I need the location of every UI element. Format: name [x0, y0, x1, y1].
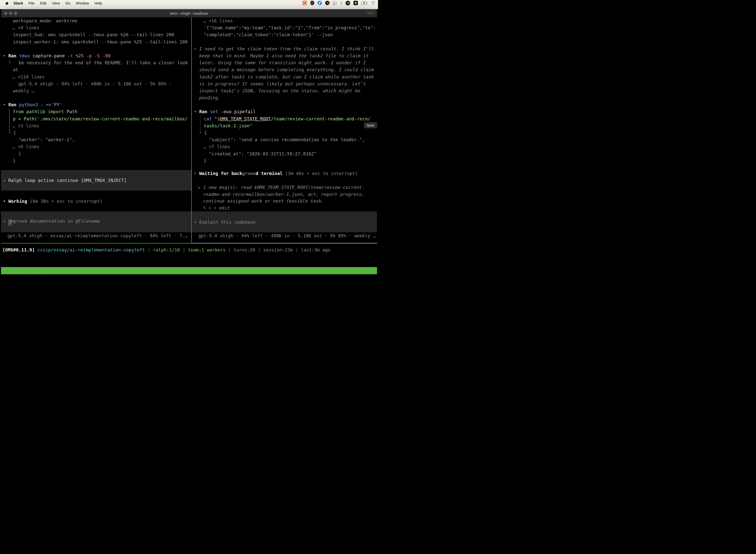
text-segment: }	[13, 158, 16, 163]
screen-tooltip: Scre	[364, 122, 377, 128]
text-segment: session:23m	[263, 247, 293, 253]
text-segment: |	[255, 247, 263, 253]
tool-output-gutter	[200, 116, 201, 131]
text-segment: |	[180, 247, 188, 253]
omx-status-line: [OMX#0.11.9] cczip/essay/ai-reimplementa…	[1, 246, 330, 254]
text-segment: ↳	[198, 185, 203, 190]
terminal-line: pending.	[192, 94, 377, 101]
prompt-chevron: ›	[194, 219, 199, 225]
text-segment: readme-and-reco/mailbox/worker-1.json, a…	[203, 191, 364, 197]
text-segment: later. Using the same for transition mig…	[199, 60, 366, 65]
text-segment: p = Path('.omx/state/team/review-current…	[13, 116, 188, 121]
text-segment: gpt-5.4 xhigh · essay/ai-reimplementatio…	[7, 233, 188, 238]
text-segment: inspect_worker-1: omx sparkshell --tmux-…	[13, 39, 188, 44]
text-segment: keep that in mind. Maybe I also need the…	[199, 53, 369, 58]
text-segment: -p	[86, 53, 94, 58]
terminal-line: from pathlib import Path	[1, 108, 191, 115]
text-segment: … +9 lines	[12, 25, 39, 30]
menu-item[interactable]: Go	[63, 1, 73, 5]
tmux-status-bar: [omx-cczip0:bash* "MacBook-Pro-44.local"…	[1, 267, 377, 274]
window-title-bar[interactable]: omx --xhigh --madmax ⌥⌘1	[1, 9, 377, 17]
blue-badge-icon[interactable]	[317, 1, 322, 5]
menu-item[interactable]: Help	[92, 1, 105, 5]
wifi-icon[interactable]	[371, 1, 376, 5]
ralph-loop-banner: › Ralph loop active continue [OMX_TMUX_I…	[1, 170, 191, 190]
right-pane[interactable]: • Waiting for background terminal (3m 46…	[192, 17, 377, 243]
text-segment: ralph:1/10	[153, 247, 180, 253]
working-status-line: • Working (6m 38s • esc to interrupt)	[1, 198, 191, 205]
blank-line	[192, 39, 377, 45]
text-segment: |	[145, 247, 153, 253]
text-segment: •	[3, 102, 8, 107]
text-segment: -80	[103, 53, 111, 58]
terminal-line: … +16 lines	[192, 17, 377, 24]
text-segment: $	[217, 116, 220, 121]
text-segment: ]	[18, 151, 21, 156]
text-segment: gpt-5.4 xhigh · 94% left · 488K in · 5.1…	[198, 233, 376, 238]
text-segment: %25	[76, 53, 86, 58]
text-segment: … +3 lines	[12, 123, 39, 128]
battery-charging-icon[interactable]	[361, 1, 367, 5]
text-segment: -	[41, 102, 46, 107]
mailbox-message-line: readme-and-reco/mailbox/worker-1.json, a…	[192, 191, 377, 198]
pane-divider[interactable]	[191, 17, 192, 243]
terminal-line: at	[1, 66, 191, 73]
tmux-session-label[interactable]: [omx-cczip0:bash*	[2, 274, 48, 277]
inactive-pane-border	[192, 243, 377, 243]
text-segment: … +110 lines	[12, 74, 45, 79]
terminal-window: omx --xhigh --madmax ⌥⌘1 › Ralph loop ac…	[1, 9, 377, 277]
blank-line	[192, 101, 377, 108]
dots-grid-icon[interactable]	[333, 1, 337, 5]
model-status-footer: gpt-5.4 xhigh · essay/ai-reimplementatio…	[1, 232, 191, 239]
text-segment: [OMX#0.11.9]	[2, 247, 35, 253]
text-segment: capture-pane	[33, 53, 67, 58]
terminal-line: … +9 lines	[1, 143, 191, 150]
menu-item[interactable]: Window	[73, 1, 92, 5]
prompt-input-box[interactable]: › Improve documentation in @filename	[1, 212, 191, 232]
gauge-61-icon[interactable]: ..61	[345, 1, 350, 5]
text-segment: {	[13, 130, 16, 135]
text-segment: turns:20	[234, 247, 255, 253]
text-segment: Working	[8, 199, 27, 204]
apple-menu-icon[interactable]	[5, 1, 9, 5]
terminal-line: should send a message before completing …	[192, 66, 377, 73]
menu-bar: Slack File Edit View Go Window Help § ..…	[0, 0, 378, 6]
input-source-icon[interactable]: A	[354, 1, 358, 5]
text-segment: Ran	[8, 102, 19, 107]
crescent-app-icon[interactable]	[325, 1, 330, 5]
menu-item[interactable]: File	[26, 1, 37, 5]
text-segment: '{"team_name":"my-team","task_id":"1","f…	[204, 25, 376, 30]
text-segment: tasks/task-2.json"	[204, 123, 252, 128]
text-segment: └	[8, 60, 19, 65]
text-segment: •	[194, 171, 199, 176]
terminal-line: }	[1, 157, 191, 164]
terminal-line: "created_at": "2026-03-31T11:59:27.816Z"	[192, 151, 377, 157]
text-segment: /team/review-current-readme-and-reco/	[271, 116, 370, 121]
terminal-line: p = Path('.omx/state/team/review-current…	[1, 115, 191, 122]
text-segment: continue assigned work or next feasible …	[203, 198, 324, 204]
terminal-line: • Ran python3 - <<'PY'	[1, 101, 191, 108]
waiting-status-line: • Waiting for background terminal (3m 46…	[192, 170, 377, 177]
menu-item-app[interactable]: Slack	[11, 1, 26, 5]
terminal-line: inspect_worker-1: omx sparkshell --tmux-…	[1, 39, 191, 45]
menu-item[interactable]: Edit	[37, 1, 49, 5]
terminal-line: later. Using the same for transition mig…	[192, 59, 377, 66]
text-segment: … +16 lines	[203, 18, 233, 23]
terminal-line: workspace_mode: worktree	[1, 17, 191, 24]
terminal-line: ]	[1, 151, 191, 157]
text-segment: set	[210, 109, 221, 114]
terminal-line: "completed","claim_token":"claim-token"}…	[192, 31, 377, 38]
text-segment: at	[13, 67, 18, 72]
menu-item[interactable]: View	[49, 1, 63, 5]
chat-app-icon[interactable]	[303, 1, 307, 5]
hook-icon[interactable]: §	[340, 1, 342, 5]
keyboard-shield-icon[interactable]	[310, 1, 314, 5]
left-pane[interactable]: › Ralph loop active continue [OMX_TMUX_I…	[1, 17, 191, 243]
tool-output-gutter	[9, 109, 10, 131]
prompt-input-box[interactable]: › Explain this codebase	[192, 212, 377, 232]
text-segment: }	[204, 158, 207, 163]
terminal-line: gpt-5.4 xhigh · 94% left · 488K in · 5.1…	[1, 80, 191, 88]
terminal-line: • Ran set -euo pipefail	[192, 108, 377, 115]
text-segment: "completed","claim_token":"claim-token"}…	[204, 32, 333, 37]
text-segment: python3	[19, 102, 41, 107]
